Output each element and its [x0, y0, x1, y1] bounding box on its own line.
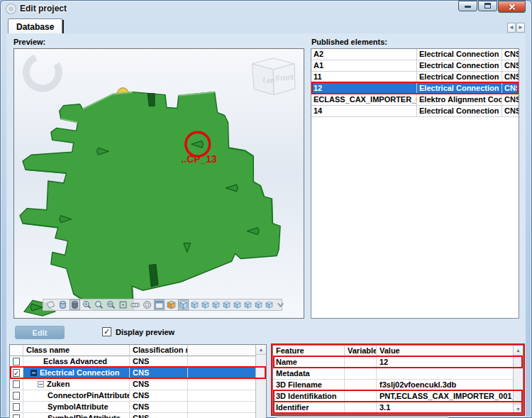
feature-table-scrollbar[interactable]: ▲ ▼: [513, 346, 523, 414]
published-row[interactable]: A2Electrical ConnectionCNS: [311, 49, 519, 60]
feature-name: Name: [273, 357, 345, 368]
feature-variable: [345, 391, 377, 402]
classification-name: CNS: [130, 379, 188, 390]
class-row[interactable]: ✓Electrical ConnectionCNS: [10, 368, 266, 379]
feature-row[interactable]: Metadata: [273, 368, 523, 380]
tab-database[interactable]: Database: [8, 18, 62, 34]
window-title: Edit project: [20, 4, 67, 13]
classification-name: CNS: [130, 368, 188, 378]
published-cell-name: ECLASS_CAX_IMPORTER_001_CP_0: [311, 94, 417, 105]
tab-strip: Database ◄ ►: [6, 16, 526, 33]
zoom-fit-icon[interactable]: [82, 299, 92, 310]
view-cube-icon[interactable]: [178, 299, 189, 310]
minimize-button[interactable]: [458, 1, 477, 11]
zoom-window-icon[interactable]: [106, 299, 116, 310]
published-cell-name: A2: [311, 49, 417, 60]
class-row[interactable]: SymbolPinAttributeCNS: [10, 413, 266, 418]
annotation-label: ..CP_13: [182, 153, 218, 165]
render-window-icon[interactable]: [154, 299, 165, 310]
iso-view-7-icon[interactable]: [254, 299, 263, 310]
feature-variable: [345, 402, 377, 413]
classification-name-column-header: Classification name: [130, 345, 188, 356]
feature-row[interactable]: 3D Filenamef3slj02vfoencukl.3db: [273, 380, 523, 391]
variable-column-header: Variable: [345, 346, 377, 356]
material-box-icon[interactable]: [166, 299, 177, 310]
edit-button[interactable]: Edit: [15, 326, 65, 339]
feature-row[interactable]: Identifier3.1: [273, 402, 523, 414]
feature-table-header: Feature Variable Value: [273, 346, 523, 357]
cylinder-dark-icon[interactable]: [70, 299, 80, 310]
feature-table-outline: Feature Variable Value Name12Metadata3D …: [271, 343, 525, 416]
published-cell-name: 11: [311, 72, 417, 82]
scroll-up-button[interactable]: ▲: [256, 345, 266, 355]
preview-scene: Left Front ..CP_13: [14, 49, 304, 318]
display-preview-label: Display preview: [116, 328, 174, 336]
class-name: ConnectorPinAttribute: [48, 390, 130, 401]
scroll-down-button[interactable]: ▼: [514, 404, 523, 414]
tree-collapse-icon[interactable]: [38, 381, 44, 387]
classification-name: CNS: [130, 413, 188, 418]
published-cell-name: A1: [311, 60, 417, 71]
class-row-checkbox[interactable]: [13, 414, 20, 418]
scroll-up-button[interactable]: ▲: [514, 346, 523, 356]
feature-row[interactable]: Name12: [273, 357, 523, 368]
published-row[interactable]: ECLASS_CAX_IMPORTER_001_CP_0Elektro Alig…: [311, 94, 519, 106]
iso-view-3-icon[interactable]: [211, 299, 221, 310]
iso-view-4-icon[interactable]: [222, 299, 231, 310]
close-button[interactable]: [498, 1, 526, 13]
measure-icon[interactable]: [130, 299, 140, 310]
feature-value: [377, 368, 523, 379]
class-name: Electrical Connection: [40, 368, 119, 378]
view-cube-left-label: Left: [262, 76, 275, 85]
classification-name: CNS: [130, 356, 188, 367]
published-cell-name: 14: [311, 106, 417, 116]
preview-label: Preview:: [13, 38, 45, 46]
class-row-checkbox[interactable]: [13, 380, 20, 388]
wireframe-sphere-icon[interactable]: [142, 299, 153, 310]
published-row[interactable]: 14Electrical ConnectionCNS: [311, 106, 519, 117]
iso-view-6-icon[interactable]: [243, 299, 253, 310]
class-name: Eclass Advanced: [43, 356, 107, 367]
feature-row[interactable]: 3D IdentifikationPNT,ECLASS_CAX_IMPORTER…: [273, 391, 523, 402]
close-icon: [508, 3, 516, 11]
class-row[interactable]: ZukenCNS: [10, 379, 266, 390]
feature-name: Identifier: [273, 402, 345, 413]
title-bar[interactable]: Edit project: [1, 1, 531, 16]
preview-3d-viewport[interactable]: Left Front ..CP_13: [13, 48, 304, 319]
view-cube[interactable]: Left Front: [252, 58, 295, 95]
zoom-region-icon[interactable]: [118, 299, 128, 310]
class-row[interactable]: Eclass AdvancedCNS: [10, 356, 266, 368]
feature-value: 12: [377, 357, 523, 368]
zoom-icon[interactable]: [94, 299, 104, 310]
feature-name: Metadata: [273, 368, 345, 379]
class-row-checkbox[interactable]: [13, 403, 20, 411]
database-tab-page: Preview: Published elements: Left Front …: [6, 33, 526, 417]
published-row[interactable]: 11Electrical ConnectionCNS: [311, 72, 519, 83]
iso-view-1-icon[interactable]: [190, 299, 199, 310]
iso-view-5-icon[interactable]: [233, 299, 242, 310]
display-preview-checkbox[interactable]: ✓: [102, 327, 111, 336]
published-row[interactable]: 12Electrical ConnectionCNS: [311, 83, 519, 94]
tab-scroll-right-button[interactable]: ►: [516, 23, 525, 33]
class-row-checkbox[interactable]: ✓: [13, 369, 20, 377]
feature-value: f3slj02vfoencukl.3db: [377, 380, 523, 390]
tab-scroll-left-button[interactable]: ◄: [507, 23, 516, 33]
class-table-header: Class name Classification name: [10, 345, 266, 356]
iso-view-8-icon[interactable]: [265, 299, 274, 310]
sketch-plane-icon[interactable]: [45, 299, 56, 310]
iso-view-2-icon[interactable]: [201, 299, 210, 310]
class-table-scrollbar[interactable]: ▲: [255, 345, 266, 418]
tree-collapse-icon[interactable]: [31, 370, 37, 376]
published-elements-label: Published elements:: [311, 38, 387, 46]
cylinder-icon[interactable]: [57, 299, 68, 310]
class-row-checkbox[interactable]: [13, 392, 20, 400]
class-row[interactable]: ConnectorPinAttributeCNS: [10, 390, 266, 402]
class-row-checkbox[interactable]: [13, 358, 20, 365]
maximize-button[interactable]: [478, 1, 497, 11]
more-tools-icon[interactable]: [275, 299, 286, 310]
feature-variable: [345, 380, 377, 390]
class-row[interactable]: SymbolAttributeCNS: [10, 402, 266, 413]
published-row[interactable]: A1Electrical ConnectionCNS: [311, 60, 519, 72]
published-cell-type: Electrical Connection: [417, 72, 502, 82]
class-name-column-header: Class name: [23, 345, 130, 356]
